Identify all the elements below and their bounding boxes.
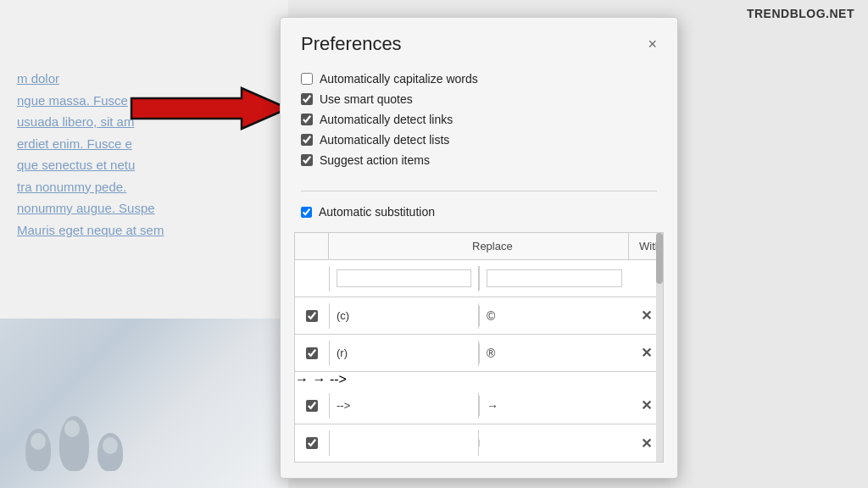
- table-row-copyright: (c) © ✕: [295, 297, 663, 335]
- svg-marker-0: [131, 88, 288, 129]
- table-row-empty: [295, 260, 663, 297]
- table-row-registered: (r) ® ✕: [295, 335, 663, 372]
- close-button[interactable]: ×: [648, 36, 657, 52]
- checkbox-label-auto-substitution[interactable]: Automatic substitution: [319, 205, 435, 219]
- checkbox-label-quotes[interactable]: Use smart quotes: [320, 92, 413, 106]
- replace-input-empty[interactable]: [337, 269, 471, 287]
- row-with-copyright: ©: [479, 306, 629, 326]
- divider: [301, 191, 657, 191]
- checkbox-lists[interactable]: [301, 134, 313, 146]
- checkbox-quotes[interactable]: [301, 93, 313, 105]
- scrollbar[interactable]: [656, 233, 663, 462]
- checkbox-item-quotes: Use smart quotes: [301, 89, 657, 109]
- checkbox-row-arrow[interactable]: [306, 400, 318, 412]
- checkbox-label-links[interactable]: Automatically detect links: [320, 113, 453, 126]
- row-with-arrow: →: [479, 396, 629, 416]
- checkbox-label-action[interactable]: Suggest action items: [320, 153, 430, 167]
- arrow-annotation: [123, 83, 292, 134]
- checkbox-item-capitalize: Automatically capitalize words: [301, 69, 657, 89]
- scrollbar-thumb[interactable]: [656, 233, 663, 284]
- checkbox-label-capitalize[interactable]: Automatically capitalize words: [320, 72, 478, 86]
- checkbox-row-copyright[interactable]: [306, 310, 318, 322]
- checkbox-row-registered[interactable]: [306, 347, 318, 359]
- with-input-empty[interactable]: [487, 269, 622, 287]
- row-check-arrow: [295, 396, 329, 415]
- row-replace-arrow: -->: [329, 393, 479, 419]
- penguin-decoration: [25, 416, 123, 471]
- row-check-copyright: [295, 307, 329, 325]
- dialog-title: Preferences: [301, 33, 402, 55]
- checkbox-label-lists[interactable]: Automatically detect lists: [320, 133, 449, 147]
- row-replace-empty: [329, 266, 479, 291]
- checkbox-auto-substitution[interactable]: [301, 207, 312, 218]
- checkbox-item-action: Suggest action items: [301, 150, 657, 170]
- row-check-empty: [295, 275, 329, 282]
- checkbox-action[interactable]: [301, 154, 313, 166]
- row-check-last: [295, 434, 329, 452]
- row-replace-copyright: (c): [329, 303, 479, 329]
- dialog-header: Preferences ×: [281, 18, 677, 65]
- checkbox-item-links: Automatically detect links: [301, 109, 657, 130]
- row-replace-last: [329, 430, 479, 456]
- substitution-table: Replace With (c) © ✕: [294, 232, 664, 463]
- table-row-last: ✕: [295, 424, 663, 462]
- checkbox-links[interactable]: [301, 114, 313, 125]
- auto-substitution-item: Automatic substitution: [281, 198, 677, 225]
- background-image: [0, 319, 288, 488]
- checkbox-capitalize[interactable]: [301, 73, 313, 85]
- row-replace-registered: (r): [329, 341, 479, 366]
- checkbox-item-lists: Automatically detect lists: [301, 130, 657, 150]
- watermark: TRENDBLOG.NET: [747, 7, 854, 20]
- table-row-arrow: --> → ✕: [295, 387, 663, 424]
- row-with-last: [479, 440, 629, 446]
- col-header-replace: Replace: [462, 233, 629, 259]
- preferences-checkbox-list: Automatically capitalize words Use smart…: [281, 65, 677, 184]
- row-with-empty: [479, 266, 629, 291]
- table-header: Replace With: [295, 233, 663, 260]
- row-with-registered: ®: [479, 343, 629, 363]
- checkbox-row-last[interactable]: [306, 437, 318, 449]
- background-panel: m dolor ngue massa. Fusce usuada libero,…: [0, 0, 288, 488]
- row-check-registered: [295, 344, 329, 363]
- preferences-dialog: Preferences × Automatically capitalize w…: [280, 17, 678, 479]
